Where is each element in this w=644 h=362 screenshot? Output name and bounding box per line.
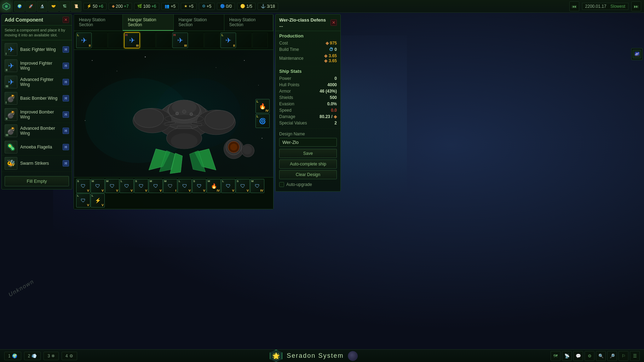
energy-value: 50: [93, 4, 97, 9]
component-name: Basic Bomber Wing: [20, 96, 60, 101]
slot-item[interactable]: [188, 33, 204, 48]
slot-group-3: H ✈ III: [172, 33, 220, 48]
diplo-icon[interactable]: 🤝: [48, 1, 59, 12]
slot-item[interactable]: H ✈ III: [124, 33, 140, 48]
ship-svg: [74, 50, 273, 177]
tab-heavy-1[interactable]: Heavy Station Section: [74, 14, 123, 31]
tier-label: II: [6, 117, 7, 121]
clear-design-button[interactable]: Clear Design: [279, 170, 337, 179]
auto-upgrade-label: Auto-upgrade: [286, 182, 312, 187]
mineral-resource[interactable]: ◆ 200 +7: [109, 3, 132, 10]
component-info: Improved Fighter Wing: [20, 61, 60, 71]
slot-item[interactable]: M 🔥 IV: [207, 179, 221, 193]
food-resource[interactable]: 🌿 100 +6: [134, 3, 160, 10]
bottom-tab-3[interactable]: 3 ❄: [44, 352, 59, 360]
research-resource[interactable]: ⚙ +5: [199, 3, 215, 10]
menu-icon[interactable]: ☰: [630, 351, 640, 361]
slot-item[interactable]: S 🛡 V: [236, 179, 250, 193]
consumer-resource[interactable]: 👥 +5: [161, 3, 179, 10]
tab-heavy-2[interactable]: Heavy Station Section: [224, 14, 273, 31]
fill-empty-button[interactable]: Fill Empty: [5, 176, 69, 186]
stats-close-button[interactable]: ✕: [330, 19, 337, 26]
speed-label: Slowest: [610, 4, 625, 9]
slot-item[interactable]: [156, 33, 172, 48]
tab-hangar-2[interactable]: Hangar Station Section: [174, 14, 224, 31]
auto-complete-button[interactable]: Auto-complete ship: [279, 159, 337, 169]
bottom-tab-1[interactable]: 1 🌍: [4, 352, 21, 360]
slot-item[interactable]: S 🛡 V: [134, 179, 148, 193]
tech-icon[interactable]: 🔬: [37, 1, 47, 12]
list-item[interactable]: 💣 I Basic Bomber Wing H: [2, 90, 72, 107]
influence-resource[interactable]: 🔵 0/0: [217, 3, 235, 10]
list-item[interactable]: 🐝 Swarm Strikers H: [2, 156, 72, 172]
list-item[interactable]: 💣 III Advanced Bomber Wing H: [2, 123, 72, 139]
tier-label: III: [6, 84, 8, 88]
slot-item[interactable]: [140, 33, 156, 48]
map-icon[interactable]: 🗺: [551, 351, 560, 361]
auto-upgrade-checkbox[interactable]: [279, 182, 284, 187]
slot-item[interactable]: [108, 33, 123, 48]
slot-item[interactable]: L ⚡ V: [91, 193, 105, 208]
slot-item[interactable]: [236, 33, 252, 48]
bottom-tab-4[interactable]: 4 ⚙: [62, 352, 77, 360]
pop-resource[interactable]: 🟡 1/5: [237, 3, 255, 10]
settings-icon[interactable]: ⚙: [585, 351, 594, 361]
navy-resource[interactable]: ⚓ 3/18: [258, 3, 278, 10]
slot-item[interactable]: L 🛡 V: [120, 179, 134, 193]
tab-hangar-1[interactable]: Hangar Station Section: [123, 14, 173, 31]
slot-item[interactable]: M 🛡 V: [149, 179, 163, 193]
slot-item[interactable]: [204, 33, 220, 48]
galaxy-icon[interactable]: 🌌: [633, 50, 641, 58]
component-name: Basic Fighter Wing: [20, 47, 60, 52]
build-time-value: ⏱ 0: [329, 47, 337, 52]
bottom-tab-2[interactable]: 2 💨: [24, 352, 41, 360]
slot-item[interactable]: L 🛡 V: [221, 179, 235, 193]
close-button[interactable]: ✕: [63, 17, 69, 23]
slot-item[interactable]: M 🛡 V: [91, 179, 105, 193]
fleet-icon[interactable]: 🚀: [25, 1, 36, 12]
slot-item[interactable]: L 🛡 V: [178, 179, 192, 193]
prev-button[interactable]: ⏮: [569, 1, 579, 11]
slot-item[interactable]: M 🛡 IV: [250, 179, 264, 193]
slot-item-side-2[interactable]: 🌀 L: [255, 114, 270, 128]
list-item[interactable]: 💣 II Improved Bomber Wing H: [2, 107, 72, 123]
comm-icon[interactable]: 📡: [562, 351, 572, 361]
list-item[interactable]: ✈ II Improved Fighter Wing H: [2, 58, 72, 74]
special-value: 2: [334, 121, 337, 125]
list-item[interactable]: ✈ I Basic Fighter Wing H: [2, 42, 72, 58]
system-hex-icon[interactable]: 🌟: [270, 350, 282, 362]
slot-item[interactable]: [252, 33, 268, 48]
slot-item[interactable]: L ✈ II: [76, 33, 92, 48]
system-planet[interactable]: [348, 351, 358, 361]
policy-icon[interactable]: 📜: [71, 1, 81, 12]
save-button[interactable]: Save: [279, 149, 337, 158]
slot-item[interactable]: S 🛡 V: [76, 179, 90, 193]
slot-item[interactable]: [92, 33, 108, 48]
food-value: 100: [143, 4, 150, 9]
unity-resource[interactable]: ★ +5: [181, 3, 197, 10]
build-icon[interactable]: 🏗: [59, 1, 70, 12]
zoom-out-icon[interactable]: 🔎: [607, 351, 617, 361]
list-item[interactable]: ✈ III Advanced Fighter Wing H: [2, 74, 72, 90]
slot-item[interactable]: L ✈ II: [220, 33, 236, 48]
slot-item-side-1[interactable]: 🔥 IV L: [255, 99, 270, 113]
tier-label: I: [6, 52, 7, 56]
shields-label: Shields: [279, 95, 293, 100]
slot-item[interactable]: M 🛡 V: [105, 179, 119, 193]
planet-icon[interactable]: 🌍: [14, 1, 25, 12]
evasion-label: Evasion: [279, 101, 294, 106]
slot-item[interactable]: S 🛡 V: [192, 179, 206, 193]
pop-value: 1/5: [246, 4, 252, 9]
next-button[interactable]: ⏭: [631, 1, 641, 11]
energy-resource[interactable]: ⚡ 50 +6: [84, 3, 107, 10]
hull-label: Hull Points: [279, 82, 299, 87]
chat-icon[interactable]: 💬: [573, 351, 583, 361]
filter-icon[interactable]: ⚐: [619, 351, 628, 361]
slot-item[interactable]: L 🛡 V: [76, 193, 90, 208]
zoom-in-icon[interactable]: 🔍: [596, 351, 606, 361]
slot-item[interactable]: M 🛡 I: [163, 179, 177, 193]
list-item[interactable]: 🦠 Amoeba Flagella H: [2, 139, 72, 156]
game-logo[interactable]: [0, 0, 13, 13]
slot-item[interactable]: H ✈ III: [172, 33, 188, 48]
design-name-input[interactable]: [279, 138, 337, 147]
